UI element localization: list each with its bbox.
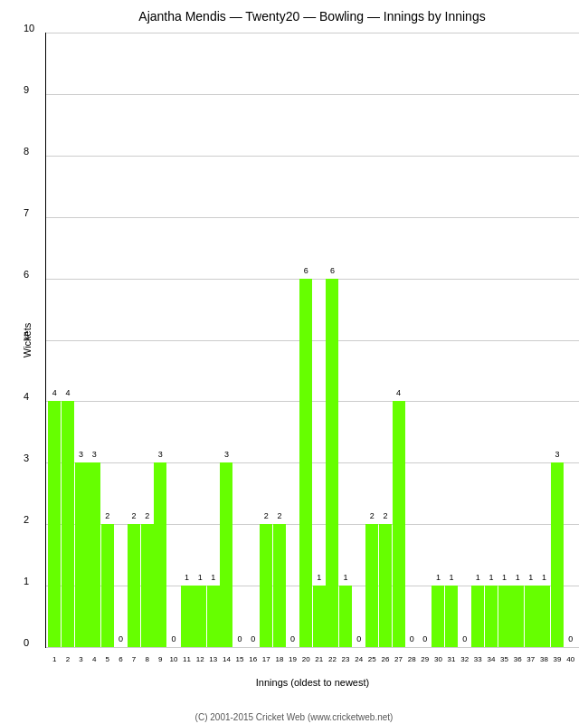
- bar: 2: [273, 524, 286, 647]
- x-tick-label: 20: [302, 655, 310, 663]
- bar-group: 331: [471, 33, 485, 647]
- footer: (C) 2001-2015 Cricket Web (www.cricketwe…: [0, 712, 588, 722]
- bar-group: 33: [74, 33, 88, 647]
- bar-value-label: 2: [105, 511, 109, 520]
- bar-value-label: 1: [211, 573, 215, 582]
- bar: 1: [207, 586, 220, 647]
- bar: 3: [75, 462, 88, 647]
- y-tick-label: 0: [24, 637, 29, 648]
- x-tick-label: 34: [487, 655, 495, 663]
- bar-group: 143: [220, 33, 233, 647]
- y-tick-label: 9: [24, 84, 29, 95]
- x-tick-label: 4: [92, 655, 96, 663]
- bar-value-label: 1: [542, 573, 546, 582]
- bar-value-label: 4: [52, 388, 57, 397]
- bar-value-label: 3: [555, 450, 560, 459]
- bar: 1: [313, 586, 326, 647]
- bar-value-label: 0: [290, 634, 295, 643]
- bar-value-label: 0: [251, 634, 255, 643]
- bar-value-label: 6: [330, 266, 335, 275]
- bar-value-label: 3: [224, 450, 229, 459]
- bar-group: 311: [445, 33, 459, 647]
- bar-group: 72: [128, 33, 141, 647]
- bar-value-label: 1: [185, 573, 189, 582]
- bar-value-label: 1: [488, 573, 493, 582]
- x-tick-label: 28: [408, 655, 416, 663]
- bar-value-label: 1: [344, 573, 348, 582]
- bar: 4: [62, 401, 74, 647]
- bar-group: 111: [180, 33, 194, 647]
- bar-value-label: 0: [356, 634, 361, 643]
- x-axis-title: Innings (oldest to newest): [46, 677, 579, 688]
- bar-group: 121: [194, 33, 207, 647]
- x-tick-label: 33: [474, 655, 482, 663]
- bar-value-label: 0: [171, 634, 175, 643]
- y-tick-label: 6: [24, 269, 29, 280]
- bar: 4: [48, 401, 61, 647]
- x-tick-label: 3: [79, 655, 82, 663]
- bar-value-label: 2: [277, 511, 281, 520]
- bar: 1: [511, 586, 524, 647]
- bars-area: 1424334352607282931001111211311431501601…: [46, 33, 579, 647]
- bar-group: 262: [379, 33, 393, 647]
- x-tick-label: 38: [540, 655, 548, 663]
- bar: 2: [260, 524, 272, 647]
- x-tick-label: 19: [289, 655, 297, 663]
- bar-group: 381: [537, 33, 551, 647]
- y-tick: 0: [46, 647, 579, 648]
- chart-title: Ajantha Mendis — Twenty20 — Bowling — In…: [45, 9, 579, 24]
- bar: 6: [326, 279, 338, 647]
- bar-group: 240: [352, 33, 365, 647]
- bar-group: 320: [458, 33, 471, 647]
- x-tick-label: 26: [381, 655, 389, 663]
- y-tick-label: 7: [24, 207, 29, 218]
- x-tick-label: 31: [448, 655, 456, 663]
- bar-group: 93: [154, 33, 167, 647]
- x-tick-label: 7: [132, 655, 136, 663]
- bar-value-label: 3: [92, 450, 97, 459]
- bar-group: 301: [432, 33, 445, 647]
- x-tick-label: 39: [554, 655, 562, 663]
- y-tick-label: 5: [24, 330, 29, 341]
- y-tick-label: 3: [24, 452, 29, 463]
- x-tick-label: 15: [236, 655, 244, 663]
- x-tick-label: 16: [249, 655, 257, 663]
- x-tick-label: 23: [342, 655, 350, 663]
- bar: 1: [339, 586, 352, 647]
- x-tick-label: 5: [106, 655, 109, 663]
- x-tick-label: 27: [394, 655, 403, 663]
- bar-value-label: 0: [119, 634, 123, 643]
- bar-value-label: 4: [65, 388, 70, 397]
- x-tick-label: 8: [145, 655, 148, 663]
- bar-group: 280: [405, 33, 419, 647]
- bar-group: 274: [392, 33, 405, 647]
- bar-group: 226: [326, 33, 339, 647]
- bar: 1: [471, 586, 484, 647]
- bar-group: 231: [339, 33, 353, 647]
- x-tick-label: 18: [275, 655, 283, 663]
- bar-group: 351: [498, 33, 511, 647]
- x-tick-label: 29: [421, 655, 429, 663]
- chart-area: Wickets 012345678910 1424334352607282931…: [45, 33, 579, 648]
- x-tick-label: 40: [566, 655, 574, 663]
- bar-value-label: 6: [304, 266, 308, 275]
- x-tick-label: 14: [223, 655, 231, 663]
- bar-value-label: 2: [383, 511, 387, 520]
- bar-value-label: 1: [198, 573, 203, 582]
- bar-value-label: 3: [158, 450, 163, 459]
- bar-value-label: 0: [568, 634, 573, 643]
- bar-group: 52: [101, 33, 115, 647]
- bar-value-label: 1: [528, 573, 533, 582]
- bar: 1: [432, 586, 444, 647]
- x-tick-label: 13: [209, 655, 217, 663]
- bar-group: 82: [140, 33, 154, 647]
- bar-value-label: 4: [396, 388, 401, 397]
- bar-group: 252: [365, 33, 379, 647]
- bar-value-label: 2: [264, 511, 269, 520]
- bar-value-label: 2: [145, 511, 149, 520]
- bar: 1: [498, 586, 511, 647]
- x-tick-label: 11: [183, 655, 191, 663]
- bar-value-label: 2: [132, 511, 137, 520]
- bar: 6: [299, 279, 312, 647]
- bar-group: 24: [62, 33, 75, 647]
